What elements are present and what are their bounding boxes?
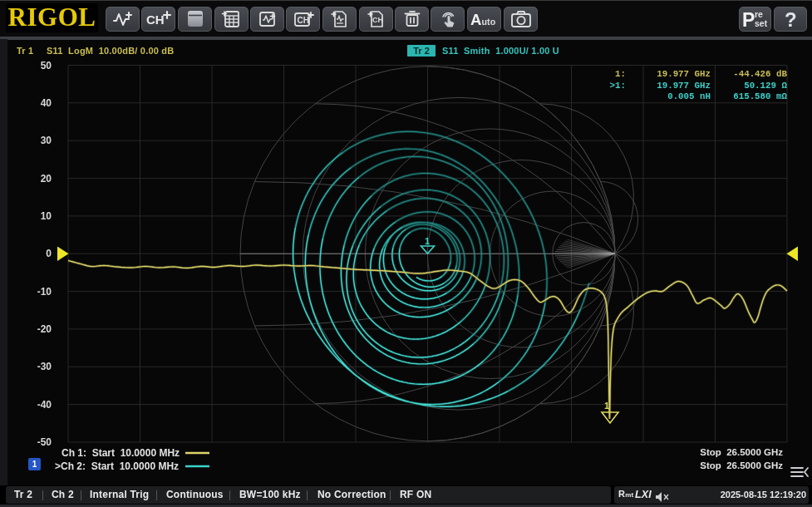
svg-text:1: 1 [604,401,609,411]
svg-text:1: 1 [425,236,430,246]
